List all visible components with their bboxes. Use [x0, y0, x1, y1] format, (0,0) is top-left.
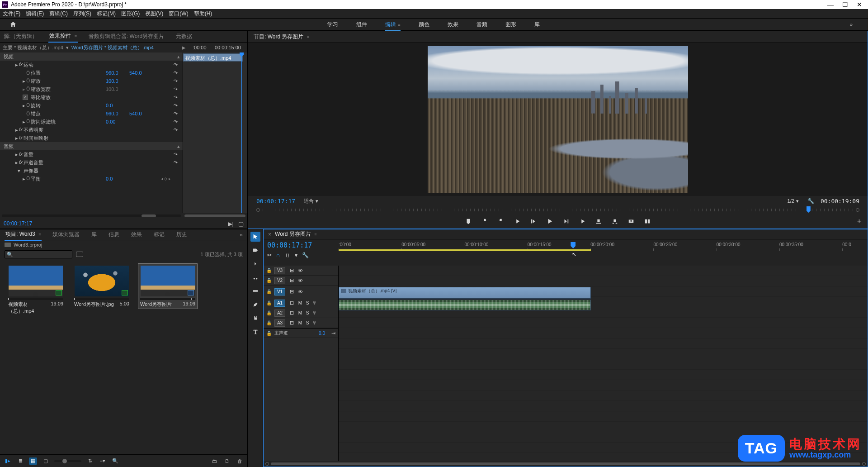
tab-sequence[interactable]: Word 另存图片 ≡: [274, 229, 317, 240]
timeline-hscroll[interactable]: [264, 461, 868, 467]
stopwatch-icon[interactable]: Ö: [26, 119, 30, 125]
goto-in-icon[interactable]: [514, 218, 521, 225]
thumbnail-scrubber[interactable]: [74, 298, 129, 300]
menu-edit[interactable]: 编辑(E): [26, 10, 44, 18]
project-item-video[interactable]: 视频素材（总）.mp419:09: [6, 264, 65, 315]
linked-sel-icon[interactable]: ⟮⟯: [285, 252, 290, 258]
play-icon[interactable]: [546, 218, 553, 225]
reset-icon[interactable]: ↶: [174, 111, 178, 117]
track-select-tool[interactable]: [250, 245, 260, 255]
stopwatch-icon[interactable]: Ö: [26, 111, 30, 116]
auto-seq-icon[interactable]: ≡▾: [99, 457, 107, 465]
freeform-view-icon[interactable]: ▢: [42, 457, 50, 465]
tab-program[interactable]: 节目: Word 另存图片 ≡: [253, 31, 310, 43]
ripple-edit-tool[interactable]: [250, 259, 260, 269]
loop-icon[interactable]: ▢: [238, 220, 244, 227]
sequence-clip-link[interactable]: Word另存图片 * 视频素材（总）.mp4: [71, 44, 154, 51]
workspace-assembly[interactable]: 组件: [356, 18, 367, 31]
workspace-audio[interactable]: 音频: [476, 18, 487, 31]
tab-libraries[interactable]: 库: [90, 229, 98, 240]
row-scale[interactable]: ▸ Ö 缩放 100.0 ↶: [0, 77, 183, 85]
video-clip[interactable]: 视频素材（总）.mp4 [V]: [339, 287, 591, 299]
reset-icon[interactable]: ↶: [174, 103, 178, 109]
slip-tool[interactable]: [250, 286, 260, 296]
anchor-y-value[interactable]: 540.0: [129, 111, 153, 116]
reset-icon[interactable]: ↶: [174, 119, 178, 125]
export-frame-icon[interactable]: [627, 218, 635, 225]
new-bin-icon[interactable]: 🗀: [210, 457, 218, 465]
track-master[interactable]: 🔒主声道0.0⇥: [264, 328, 338, 338]
project-search-input[interactable]: 🔍: [5, 250, 72, 258]
close-button[interactable]: ✕: [856, 1, 863, 8]
track-v1[interactable]: 🔒V1⊟👁: [264, 286, 338, 298]
sort-icon[interactable]: ⇅: [86, 457, 94, 465]
reset-icon[interactable]: ↶: [174, 62, 178, 68]
extract-icon[interactable]: [611, 218, 618, 225]
mark-in-icon[interactable]: [481, 218, 488, 225]
menu-markers[interactable]: 标记(M): [97, 10, 116, 18]
reset-icon[interactable]: ↶: [174, 127, 178, 133]
project-item-sequence[interactable]: Word另存图片19:09: [138, 264, 197, 309]
timeline-ruler[interactable]: :00:00 00:00:05:00 00:00:10:00 00:00:15:…: [339, 239, 868, 266]
reset-icon[interactable]: ↶: [174, 152, 178, 157]
stopwatch-icon[interactable]: Ö: [26, 176, 30, 182]
reset-icon[interactable]: ↶: [174, 95, 178, 100]
track-a1[interactable]: 🔒A1⊟MS🎙: [264, 298, 338, 308]
audio-clip[interactable]: [339, 300, 591, 310]
balance-value[interactable]: 0.0: [106, 176, 129, 181]
nest-icon[interactable]: ✂: [267, 252, 272, 258]
timeline-content[interactable]: 视频素材（总）.mp4 [V]: [339, 266, 868, 461]
checkbox-icon[interactable]: ✓: [23, 95, 28, 100]
timeline-current-time[interactable]: 00:00:17:17: [267, 241, 335, 249]
scale-value[interactable]: 100.0: [106, 78, 129, 84]
effect-controls-mini-timeline[interactable]: 视频素材（总）.mp4: [183, 52, 247, 213]
snap-icon[interactable]: ∩: [276, 252, 280, 258]
stopwatch-icon[interactable]: Ö: [26, 78, 30, 84]
find-icon[interactable]: 🔍: [111, 457, 119, 465]
hand-tool[interactable]: [250, 313, 260, 323]
row-volume[interactable]: ▸ fx 音量 ↶: [0, 150, 183, 158]
position-y-value[interactable]: 540.0: [129, 70, 153, 76]
program-video-area[interactable]: [248, 43, 868, 196]
selection-tool[interactable]: [250, 232, 260, 242]
row-motion[interactable]: ▸ fx 运动 ↶: [0, 61, 183, 69]
list-view-icon[interactable]: ≣: [16, 457, 24, 465]
menu-help[interactable]: 帮助(H): [194, 10, 212, 18]
thumbnail-scrubber[interactable]: [8, 298, 63, 300]
pen-tool[interactable]: [250, 300, 260, 310]
tab-history[interactable]: 历史: [175, 229, 188, 240]
settings-icon[interactable]: 🔧: [807, 198, 814, 204]
tab-source[interactable]: 源:（无剪辑）: [3, 31, 38, 42]
reset-icon[interactable]: ↶: [174, 70, 178, 76]
effect-controls-time[interactable]: 00:00:17:17: [4, 220, 228, 227]
workspace-effects[interactable]: 效果: [448, 18, 458, 31]
maximize-button[interactable]: ☐: [842, 1, 848, 8]
menu-clip[interactable]: 剪辑(C): [49, 10, 68, 18]
workspace-learn[interactable]: 学习: [327, 18, 338, 31]
tab-metadata[interactable]: 元数据: [175, 31, 193, 42]
row-channel-volume[interactable]: ▸ fx 声道音量 ↶: [0, 158, 183, 167]
type-tool[interactable]: [250, 327, 260, 337]
row-time-remap[interactable]: ▸ fx 时间重映射: [0, 134, 183, 142]
row-antiflicker[interactable]: ▸ Ö 防闪烁滤镜 0.00 ↶: [0, 118, 183, 126]
new-item-icon[interactable]: 🗋: [223, 457, 231, 465]
track-a2[interactable]: 🔒A2⊟MS🎙: [264, 308, 338, 318]
position-x-value[interactable]: 960.0: [106, 70, 129, 76]
menu-window[interactable]: 窗口(W): [169, 10, 188, 18]
zoom-out-dot[interactable]: [256, 208, 260, 212]
tab-markers[interactable]: 标记: [153, 229, 165, 240]
goto-out-icon[interactable]: [579, 218, 586, 225]
stopwatch-icon[interactable]: Ö: [26, 103, 30, 109]
reset-icon[interactable]: ↶: [174, 78, 178, 84]
tabs-overflow-icon[interactable]: »: [240, 232, 243, 238]
row-opacity[interactable]: ▸ fx 不透明度 ↶: [0, 126, 183, 134]
toggle-track-icon[interactable]: ▶|: [228, 220, 234, 227]
play-only-icon[interactable]: ▶: [182, 45, 185, 51]
menu-view[interactable]: 视图(V): [145, 10, 163, 18]
workspace-libraries[interactable]: 库: [534, 18, 540, 31]
comparison-icon[interactable]: [644, 218, 651, 225]
icon-view-icon[interactable]: ▦: [29, 457, 37, 465]
track-v2[interactable]: 🔒V2⊟👁: [264, 276, 338, 286]
antiflicker-value[interactable]: 0.00: [106, 119, 129, 124]
thumbnail-size-slider[interactable]: [54, 460, 81, 462]
